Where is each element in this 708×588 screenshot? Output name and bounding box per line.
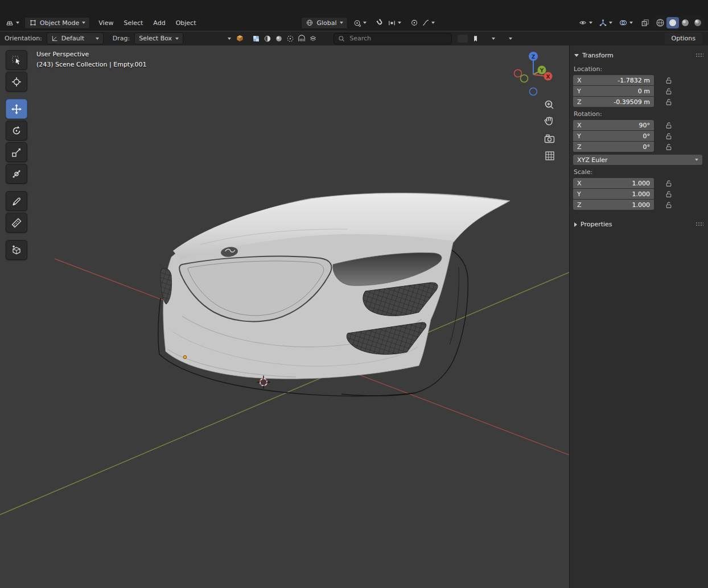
menu-object[interactable]: Object — [171, 18, 201, 28]
chevron-down-icon — [492, 38, 495, 40]
car-headlight — [333, 252, 442, 285]
select-box-tool[interactable] — [6, 50, 27, 70]
move-tool[interactable] — [6, 99, 27, 119]
drag-mode-dropdown[interactable]: Select Box — [134, 32, 183, 44]
location-y-field[interactable]: Y 0 m — [573, 86, 654, 96]
transform-panel-header[interactable]: Transform — [570, 49, 708, 62]
search-box[interactable] — [334, 33, 452, 44]
viewport-header: Object Mode View Select Add Object Globa… — [0, 15, 708, 31]
scale-y-field[interactable]: Y 1.000 — [573, 189, 654, 199]
location-z-field[interactable]: Z -0.39509 m — [573, 97, 654, 107]
3d-cursor — [257, 376, 270, 389]
scale-label: Scale: — [570, 165, 708, 178]
rotation-mode-dropdown[interactable]: XYZ Euler — [573, 155, 702, 165]
properties-panel-header[interactable]: Properties — [570, 218, 708, 231]
transform-tool[interactable] — [6, 164, 27, 184]
solid-shading-button[interactable] — [666, 17, 679, 28]
magnet-icon — [376, 19, 384, 27]
orange-cube-icon — [236, 34, 244, 43]
bookmark-button[interactable] — [470, 34, 481, 44]
lock-icon[interactable] — [665, 88, 672, 95]
panel-drag-grip[interactable] — [695, 53, 703, 58]
extra-dropdown-2[interactable] — [507, 36, 514, 41]
collapse-chevron-icon[interactable] — [228, 38, 231, 40]
cursor-tool[interactable] — [6, 72, 27, 92]
material-shading-icon — [681, 18, 690, 27]
panel-drag-grip[interactable] — [695, 222, 703, 227]
rendered-shading-button[interactable] — [691, 17, 704, 28]
snap-toggle[interactable] — [374, 18, 386, 28]
menu-view[interactable]: View — [93, 18, 118, 28]
gradient-sphere-button[interactable] — [273, 34, 285, 44]
lock-icon[interactable] — [665, 98, 672, 106]
camera-view-icon[interactable] — [545, 135, 554, 142]
transform-panel-title: Transform — [582, 52, 614, 59]
sidebar-n-panel: Transform Location: X -1.7832 m Y 0 m — [569, 45, 708, 588]
falloff-dropdown[interactable] — [420, 18, 437, 28]
rotation-y-field[interactable]: Y 0° — [573, 131, 654, 141]
car-model[interactable] — [158, 193, 510, 396]
globe-icon — [306, 19, 314, 27]
rotation-mode-value: XYZ Euler — [577, 156, 608, 164]
snap-target-dropdown[interactable] — [386, 18, 403, 28]
lock-icon[interactable] — [665, 191, 672, 198]
material-shading-button[interactable] — [679, 17, 691, 28]
object-type-visibility-dropdown[interactable] — [577, 18, 594, 28]
lock-icon[interactable] — [665, 77, 672, 84]
xray-toggle[interactable] — [639, 18, 651, 28]
blue-checker-button[interactable] — [250, 34, 262, 44]
transform-icon — [11, 168, 22, 180]
wireframe-shading-icon — [656, 18, 665, 27]
chevron-down-icon — [398, 22, 401, 24]
orientation-default-dropdown[interactable]: Default — [47, 32, 104, 44]
rotate-tool[interactable] — [6, 121, 27, 140]
orthographic-grid-icon[interactable] — [546, 152, 554, 160]
proportional-editing-icon — [410, 19, 418, 27]
location-x-field[interactable]: X -1.7832 m — [573, 75, 654, 85]
axes-icon — [51, 35, 59, 42]
pan-hand-icon[interactable] — [545, 117, 552, 125]
mode-dropdown[interactable]: Object Mode — [24, 17, 90, 29]
proportional-editing-toggle[interactable] — [409, 18, 420, 28]
lock-icon[interactable] — [665, 122, 672, 129]
lock-icon[interactable] — [665, 201, 672, 209]
stacked-layers-icon — [309, 35, 317, 43]
menu-add[interactable]: Add — [148, 18, 170, 28]
gizmo-neg-y-ball — [521, 75, 528, 82]
layers-button[interactable] — [307, 34, 319, 44]
scale-z-field[interactable]: Z 1.000 — [573, 200, 654, 210]
chevron-down-icon — [574, 54, 579, 57]
measure-tool[interactable] — [6, 213, 27, 233]
dotted-circle-button[interactable] — [285, 34, 296, 44]
editor-type-button[interactable] — [3, 17, 21, 28]
navigation-gizmo[interactable]: Z Y X — [514, 52, 553, 96]
lock-icon[interactable] — [665, 132, 672, 140]
extra-dropdown-1[interactable] — [490, 36, 497, 41]
wireframe-shading-button[interactable] — [654, 17, 666, 28]
transform-orientation-dropdown[interactable]: Global — [301, 17, 347, 29]
annotate-tool[interactable] — [6, 191, 27, 211]
chevron-down-icon — [695, 159, 698, 161]
shading-mode-group — [653, 16, 705, 29]
scale-x-field[interactable]: X 1.000 — [573, 178, 654, 188]
lock-icon[interactable] — [665, 143, 672, 151]
scale-tool[interactable] — [6, 142, 27, 162]
add-cube-tool[interactable] — [6, 240, 27, 260]
chevron-down-icon — [16, 22, 19, 24]
rotation-label: Rotation: — [570, 107, 708, 120]
gizmos-dropdown[interactable] — [597, 18, 614, 28]
pivot-point-dropdown[interactable] — [351, 18, 368, 28]
bridge-button[interactable] — [296, 34, 307, 44]
half-sphere-button[interactable] — [262, 34, 273, 44]
search-input[interactable] — [348, 34, 442, 43]
menu-select[interactable]: Select — [118, 18, 148, 28]
rotation-z-field[interactable]: Z 0° — [573, 142, 654, 152]
lock-icon[interactable] — [665, 180, 672, 187]
rotation-x-field[interactable]: X 90° — [573, 120, 654, 130]
zoom-icon[interactable] — [546, 101, 554, 109]
blender-window: Object Mode View Select Add Object Globa… — [0, 0, 708, 588]
overlays-dropdown[interactable] — [617, 18, 635, 28]
orange-cube-button[interactable] — [234, 33, 246, 44]
editor-type-icon — [5, 18, 14, 27]
options-button[interactable]: Options — [665, 32, 702, 44]
